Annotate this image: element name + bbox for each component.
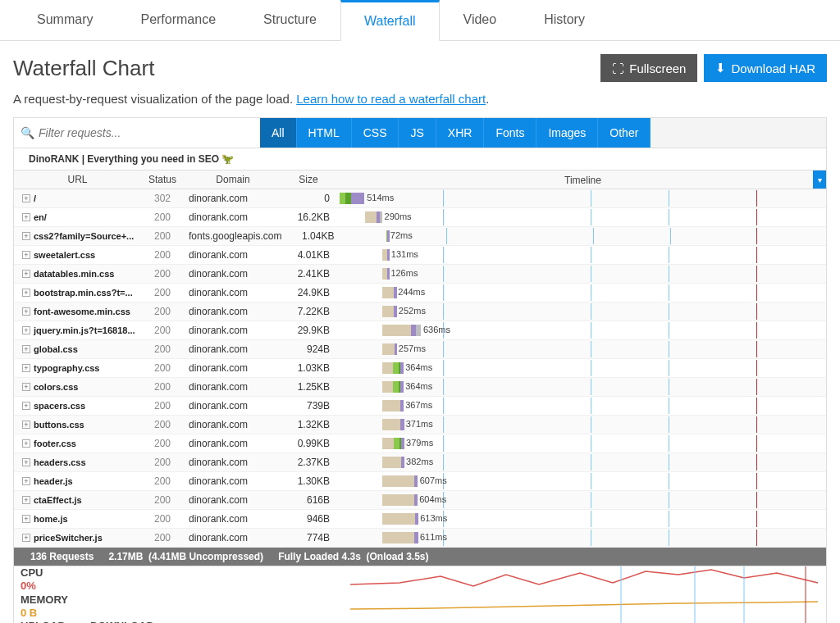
table-row[interactable]: +buttons.css200dinorank.com1.32KB371ms bbox=[14, 416, 826, 434]
metrics-sparkline bbox=[350, 566, 826, 623]
memory-label: MEMORY bbox=[21, 593, 68, 606]
expand-icon[interactable]: + bbox=[22, 477, 30, 485]
row-url-text: global.css bbox=[34, 344, 78, 354]
row-timing: 257ms bbox=[399, 343, 426, 353]
expand-icon[interactable]: + bbox=[22, 458, 30, 466]
row-timing: 244ms bbox=[398, 287, 425, 297]
row-url-text: / bbox=[34, 193, 36, 203]
row-timeline: 364ms bbox=[340, 379, 826, 395]
filter-other[interactable]: Other bbox=[598, 118, 651, 148]
controls-row: 🔍 AllHTMLCSSJSXHRFontsImagesOther bbox=[13, 117, 827, 148]
table-row[interactable]: +home.js200dinorank.com946B613ms bbox=[14, 510, 826, 529]
row-domain: dinorank.com bbox=[184, 416, 282, 434]
table-row[interactable]: +priceSwitcher.js200dinorank.com774B611m… bbox=[14, 529, 826, 548]
row-timeline: 252ms bbox=[340, 303, 826, 320]
filter-input[interactable] bbox=[14, 118, 260, 148]
filter-css[interactable]: CSS bbox=[352, 118, 399, 148]
expand-icon[interactable]: + bbox=[22, 213, 30, 221]
tab-structure[interactable]: Structure bbox=[240, 0, 340, 40]
learn-link[interactable]: Learn how to read a waterfall chart bbox=[296, 92, 486, 106]
expand-icon[interactable]: + bbox=[22, 307, 30, 316]
row-url-text: datatables.min.css bbox=[34, 269, 114, 279]
expand-icon[interactable]: + bbox=[22, 383, 30, 391]
table-row[interactable]: +footer.css200dinorank.com0.99KB379ms bbox=[14, 434, 826, 453]
expand-icon[interactable]: + bbox=[22, 402, 30, 410]
row-timeline: 611ms bbox=[340, 530, 826, 546]
table-row[interactable]: +spacers.css200dinorank.com739B367ms bbox=[14, 397, 826, 416]
tab-video[interactable]: Video bbox=[440, 0, 521, 40]
table-row[interactable]: +sweetalert.css200dinorank.com4.01KB131m… bbox=[14, 246, 826, 265]
table-row[interactable]: +colors.css200dinorank.com1.25KB364ms bbox=[14, 378, 826, 397]
table-row[interactable]: +headers.css200dinorank.com2.37KB382ms bbox=[14, 453, 826, 472]
tabs-bar: SummaryPerformanceStructureWaterfallVide… bbox=[0, 0, 840, 41]
tab-performance[interactable]: Performance bbox=[116, 0, 240, 40]
cpu-label: CPU bbox=[21, 566, 43, 579]
chevron-down-icon: ▾ bbox=[818, 175, 822, 184]
row-url-text: priceSwitcher.js bbox=[34, 533, 103, 543]
row-status: 302 bbox=[141, 189, 184, 207]
expand-icon[interactable]: + bbox=[22, 194, 30, 202]
expand-icon[interactable]: + bbox=[22, 534, 30, 542]
row-status: 200 bbox=[141, 340, 184, 358]
col-header-url[interactable]: URL bbox=[14, 171, 141, 189]
expand-icon[interactable]: + bbox=[22, 345, 30, 353]
col-header-timeline[interactable]: Timeline bbox=[340, 171, 826, 188]
expand-icon[interactable]: + bbox=[22, 270, 30, 278]
row-timing: 613ms bbox=[420, 513, 447, 523]
table-row[interactable]: +ctaEffect.js200dinorank.com616B604ms bbox=[14, 491, 826, 510]
table-row[interactable]: +font-awesome.min.css200dinorank.com7.22… bbox=[14, 302, 826, 321]
download-har-button[interactable]: ⬇ Download HAR bbox=[704, 54, 827, 82]
table-row[interactable]: +en/200dinorank.com16.2KB290ms bbox=[14, 208, 826, 227]
page-title: Waterfall Chart bbox=[13, 56, 154, 81]
filter-html[interactable]: HTML bbox=[297, 118, 352, 148]
scroll-down-button[interactable]: ▾ bbox=[813, 171, 826, 189]
col-header-size[interactable]: Size bbox=[282, 171, 340, 189]
row-url-text: buttons.css bbox=[34, 420, 84, 430]
table-row[interactable]: +bootstrap.min.css?t=...200dinorank.com2… bbox=[14, 284, 826, 302]
expand-icon[interactable]: + bbox=[22, 326, 30, 334]
filter-xhr[interactable]: XHR bbox=[436, 118, 485, 148]
expand-icon[interactable]: + bbox=[22, 232, 30, 240]
filter-fonts[interactable]: Fonts bbox=[484, 118, 536, 148]
row-timeline: 290ms bbox=[340, 209, 826, 225]
table-row[interactable]: +/302dinorank.com0514ms bbox=[14, 189, 826, 208]
fullscreen-button[interactable]: ⛶ Fullscreen bbox=[600, 54, 697, 82]
table-row[interactable]: +jquery.min.js?t=16818...200dinorank.com… bbox=[14, 321, 826, 340]
tab-waterfall[interactable]: Waterfall bbox=[340, 0, 440, 41]
row-size: 1.25KB bbox=[282, 378, 340, 396]
row-domain: dinorank.com bbox=[184, 246, 282, 264]
table-row[interactable]: +global.css200dinorank.com924B257ms bbox=[14, 340, 826, 359]
filter-all[interactable]: All bbox=[260, 118, 297, 148]
col-header-domain[interactable]: Domain bbox=[184, 171, 282, 189]
expand-icon[interactable]: + bbox=[22, 421, 30, 429]
expand-icon[interactable]: + bbox=[22, 496, 30, 504]
row-domain: dinorank.com bbox=[184, 472, 282, 490]
row-size: 924B bbox=[282, 340, 340, 358]
row-domain: dinorank.com bbox=[184, 453, 282, 471]
row-size: 2.37KB bbox=[282, 453, 340, 471]
expand-icon[interactable]: + bbox=[22, 289, 30, 297]
row-timing: 514ms bbox=[367, 193, 394, 202]
download-label: Download HAR bbox=[731, 61, 815, 75]
row-status: 200 bbox=[141, 265, 184, 283]
row-domain: dinorank.com bbox=[184, 378, 282, 396]
row-timeline: 72ms bbox=[344, 228, 826, 244]
table-row[interactable]: +datatables.min.css200dinorank.com2.41KB… bbox=[14, 265, 826, 284]
expand-icon[interactable]: + bbox=[22, 439, 30, 448]
col-header-status[interactable]: Status bbox=[141, 171, 184, 189]
expand-icon[interactable]: + bbox=[22, 364, 30, 372]
expand-icon[interactable]: + bbox=[22, 515, 30, 523]
expand-icon[interactable]: + bbox=[22, 251, 30, 259]
row-timing: 636ms bbox=[423, 325, 450, 334]
tab-summary[interactable]: Summary bbox=[13, 0, 116, 40]
row-url-text: header.js bbox=[34, 476, 73, 486]
filter-js[interactable]: JS bbox=[399, 118, 436, 148]
table-row[interactable]: +header.js200dinorank.com1.30KB607ms bbox=[14, 472, 826, 491]
table-row[interactable]: +typography.css200dinorank.com1.03KB364m… bbox=[14, 359, 826, 378]
row-timing: 364ms bbox=[405, 362, 432, 372]
row-url-text: bootstrap.min.css?t=... bbox=[34, 288, 133, 298]
row-domain: dinorank.com bbox=[184, 434, 282, 452]
tab-history[interactable]: History bbox=[520, 0, 609, 40]
table-row[interactable]: +css2?family=Source+...200fonts.googleap… bbox=[14, 227, 826, 246]
filter-images[interactable]: Images bbox=[536, 118, 598, 148]
